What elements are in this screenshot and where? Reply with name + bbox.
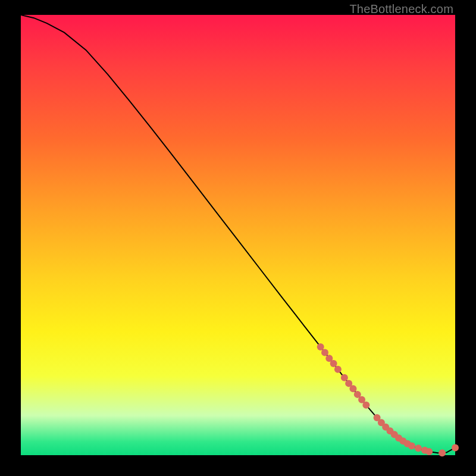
data-point (349, 385, 356, 392)
data-point (439, 449, 446, 456)
highlight-dots (317, 343, 459, 456)
data-point (408, 442, 415, 449)
plot-area (21, 15, 455, 455)
data-point (425, 448, 433, 455)
data-point (415, 444, 422, 452)
data-point (317, 343, 324, 350)
data-point (334, 366, 342, 373)
data-point (330, 360, 337, 367)
chart-svg (21, 15, 455, 455)
bottleneck-curve (21, 15, 455, 453)
data-point (452, 444, 459, 451)
data-point (341, 374, 348, 381)
chart-frame: TheBottleneck.com (0, 0, 476, 476)
data-point (321, 349, 328, 356)
watermark-text: TheBottleneck.com (349, 2, 453, 16)
data-point (362, 402, 369, 409)
